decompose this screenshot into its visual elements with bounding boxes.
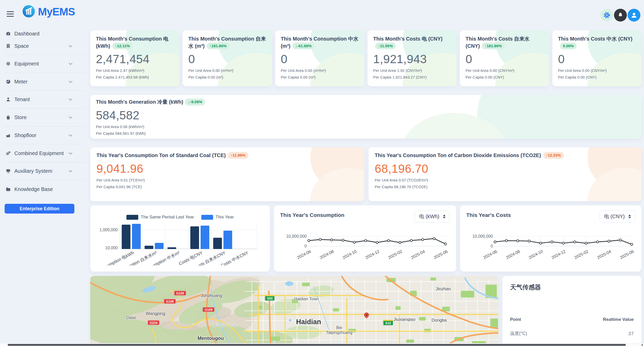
per-capita: Per Capita 0.00 (CNY) [465, 75, 543, 79]
per-unit-area: Per Unit Area 0.07 (TCO2E/m²) [375, 178, 635, 182]
kpi-card-costs-electricity: This Month's Costs 电 (CNY)↑11.55% 1,921,… [368, 30, 457, 86]
app-logo: MyEMS [22, 5, 75, 19]
trend-badge: 0.00% [560, 43, 577, 50]
svg-text:2024-06: 2024-06 [482, 249, 498, 260]
weather-col-value: Realtime Value [603, 317, 634, 322]
per-unit-area: Per Unit Area 0.00 (m³/m²) [188, 68, 266, 73]
kpi-card-consumption-electricity: This Month's Consumption 电 (kWh)↑12.11% … [90, 30, 179, 86]
kpi-value: 0 [188, 52, 266, 66]
sidebar-item-label: Dashboard [14, 31, 39, 37]
sidebar-item-dashboard[interactable]: Dashboard [0, 27, 90, 40]
per-unit-area: Per Unit Area 0.01 (TCE/m²) [96, 178, 358, 182]
road-shield: G109 [174, 291, 186, 296]
svg-text:2025-02: 2025-02 [388, 249, 403, 260]
energy-type-select[interactable]: 电 (CNY) [600, 210, 635, 223]
per-capita: Per Capita 0.00 (m³) [188, 75, 266, 79]
gear-icon [6, 61, 11, 66]
kpi-value: 0 [281, 52, 359, 66]
weather-title: 天气传感器 [510, 283, 634, 291]
trend-badge: ↑11.98% [228, 152, 248, 159]
map-label: Datai [126, 315, 136, 320]
road-shield: G234 [147, 320, 160, 325]
trend-badge: ↑12.23% [543, 152, 564, 159]
costs-line-chart-card: This Year's Costs 电 (CNY) 10,000,0000202… [460, 205, 641, 272]
svg-text:2024-10: 2024-10 [342, 249, 357, 260]
kpi-card-consumption-reclaimed-water: This Month's Consumption 中水 (m³)↓-61.68%… [275, 30, 364, 86]
tce-card: This Year's Consumption Ton of Standard … [90, 147, 364, 201]
svg-text:0: 0 [491, 244, 493, 248]
chart-title: This Year's Consumption [280, 212, 344, 218]
sidebar-item-label: Knowledge Base [14, 186, 53, 192]
map-label: WULITUN [213, 323, 237, 327]
kpi-title: This Month's Costs 中水 (CNY) [558, 36, 632, 42]
sidebar-item-label: Equipment [14, 61, 39, 67]
legend-swatch [126, 215, 138, 220]
per-capita: Per Capita 2,471,453.58 (kWh) [96, 75, 174, 79]
sidebar-item-label: Tenant [14, 97, 30, 102]
legend-label: The Same Period Last Year [141, 215, 194, 220]
svg-text:2025-02: 2025-02 [574, 249, 589, 260]
per-capita: Per Capita 584,581.97 (kWh) [96, 131, 636, 136]
trend-badge: ↑11.55% [375, 43, 396, 50]
tco2e-value: 68,196.70 [375, 162, 635, 176]
horizontal-scrollbar-thumb[interactable] [8, 344, 626, 346]
select-updown-icon [628, 215, 631, 218]
map-label: Jinzhan [436, 286, 451, 292]
per-capita: Per Capita 9,041.96 (TCE) [96, 185, 358, 189]
map-canvas[interactable]: Junzhuang Wangping Datai WULITUN Mentoug… [90, 276, 498, 346]
road-shield: G109 [164, 299, 176, 304]
legend-item-last-year[interactable]: The Same Period Last Year [126, 215, 194, 220]
sidebar-item-equipment[interactable]: Equipment [0, 57, 90, 70]
trend-badge: ↑181.86% [482, 43, 505, 50]
svg-text:Consumption 电kWh: Consumption 电kWh [97, 250, 135, 265]
sidebar-item-tenant[interactable]: Tenant [0, 93, 90, 105]
person-icon [6, 97, 11, 102]
sidebar-item-store[interactable]: Store [0, 111, 90, 123]
kpi-card-consumption-water: This Month's Consumption 自来水 (m³)↑181.86… [183, 30, 272, 86]
sidebar-item-space[interactable]: Space [0, 40, 90, 52]
weather-row: 温度(°C) 37 [510, 330, 634, 337]
sidebar-item-shopfloor[interactable]: Shopfloor [0, 129, 90, 141]
per-capita: Per Capita 68,196.70 (TCO2E) [375, 185, 635, 189]
per-unit-area: Per Unit Area 0.58 (kWh/m²) [96, 124, 636, 129]
trend-badge: ↑181.86% [207, 43, 230, 50]
chevron-down-icon [69, 79, 72, 83]
kpi-value: 0 [465, 52, 543, 66]
sidebar-item-meter[interactable]: Meter [0, 75, 90, 88]
scrollbar-right-arrow[interactable] [642, 344, 643, 346]
svg-text:1,000,000: 1,000,000 [100, 228, 118, 232]
sidebar-item-knowledge-base[interactable]: Knowledge Base [0, 183, 90, 195]
chevron-down-icon [69, 44, 72, 47]
gauge-icon [6, 31, 11, 36]
chart-title: This Year's Costs [466, 212, 511, 218]
tco2e-title: This Year's Consumption Ton of Carbon Di… [375, 152, 541, 158]
hamburger-menu-icon[interactable] [7, 11, 14, 17]
road-shield: S50 [265, 295, 275, 301]
user-avatar-icon[interactable] [628, 9, 640, 22]
settings-gear-icon[interactable] [600, 9, 613, 22]
sidebar-item-label: Space [14, 43, 29, 49]
consumption-line-chart: 10,000,00002024-062024-082024-102024-122… [280, 226, 449, 265]
map-pin[interactable] [363, 312, 370, 319]
costs-line-chart: 10,000,00002024-062024-082024-102024-122… [466, 226, 636, 265]
kpi-value: 2,471,454 [96, 52, 174, 66]
svg-text:2025-04: 2025-04 [410, 249, 425, 260]
energy-type-select[interactable]: 电 (kWh) [415, 210, 450, 223]
chevron-down-icon [69, 61, 72, 65]
chevron-down-icon [69, 151, 72, 155]
pie-chart-icon [6, 79, 11, 84]
kpi-row: This Month's Consumption 电 (kWh)↑12.11% … [90, 30, 641, 86]
weather-col-point: Point [510, 317, 521, 322]
weather-sensor-card: 天气传感器 Point Realtime Value 温度(°C) 37 风速(… [502, 276, 641, 346]
kpi-title: This Month's Costs 电 (CNY) [373, 36, 442, 42]
chevron-down-icon [69, 115, 72, 119]
legend-item-this-year[interactable]: This Year [201, 215, 234, 220]
sidebar-item-auxiliary-system[interactable]: Auxiliary System [0, 165, 90, 177]
notifications-bell-icon[interactable] [614, 9, 627, 22]
chevron-down-icon [69, 133, 72, 137]
weather-value: 37 [628, 331, 634, 337]
enterprise-edition-button[interactable]: Enterprise Edition [5, 204, 74, 214]
sidebar-item-combined-equipment[interactable]: Combined Equipment [0, 147, 90, 159]
svg-text:2024-12: 2024-12 [551, 249, 566, 260]
generation-title: This Month's Generation 冷量 (kWh) [96, 99, 183, 105]
